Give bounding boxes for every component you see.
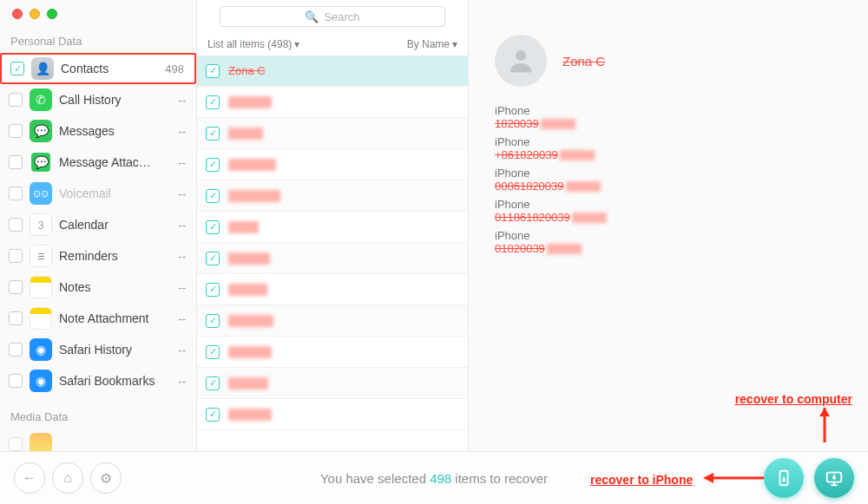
- contact-name-redacted: [228, 96, 272, 108]
- settings-button[interactable]: ⚙: [90, 462, 122, 494]
- sidebar-item-label: Voicemail: [59, 187, 111, 200]
- sidebar-item-note-attachment[interactable]: Note Attachment --: [0, 303, 196, 334]
- contact-name-redacted: [228, 284, 267, 296]
- checkbox-icon[interactable]: ✓: [206, 220, 220, 234]
- sidebar-item-safari-bookmarks[interactable]: ◉ Safari Bookmarks --: [0, 365, 196, 396]
- recover-to-iphone-button[interactable]: [764, 458, 804, 498]
- sidebar-item-reminders[interactable]: ☰ Reminders --: [0, 240, 196, 272]
- contact-name: Zona C: [228, 64, 266, 77]
- filter-bar: List all items (498) ▾ By Name ▾: [197, 33, 468, 56]
- sort-dropdown[interactable]: By Name ▾: [407, 38, 457, 50]
- sidebar-item-count: --: [178, 125, 187, 138]
- checkbox-icon[interactable]: ✓: [206, 408, 220, 422]
- filter-list-dropdown[interactable]: List all items (498) ▾: [207, 38, 299, 50]
- checkbox-icon[interactable]: [9, 311, 23, 325]
- checkbox-icon[interactable]: [9, 124, 23, 138]
- contact-name-redacted: [228, 252, 270, 265]
- checkbox-icon[interactable]: [9, 249, 23, 263]
- sidebar: Personal Data ✓ 👤 Contacts 498 ✆ Call Hi…: [0, 0, 196, 451]
- list-item[interactable]: ✓: [197, 399, 468, 430]
- chevron-down-icon: ▾: [294, 38, 299, 50]
- calendar-icon: 3: [30, 213, 52, 236]
- checkbox-icon[interactable]: ✓: [206, 127, 220, 141]
- status-pre: You have selected: [320, 471, 430, 486]
- sidebar-item-count: 498: [165, 62, 186, 75]
- checkbox-icon[interactable]: [9, 343, 23, 357]
- checkbox-icon[interactable]: ✓: [206, 283, 220, 297]
- back-button[interactable]: ←: [14, 462, 45, 494]
- sidebar-item-count: --: [178, 94, 187, 107]
- svg-point-0: [516, 50, 526, 61]
- sidebar-item-count: --: [178, 250, 187, 263]
- sidebar-item-label: Contacts: [61, 62, 108, 75]
- sidebar-item-label: Messages: [59, 124, 115, 138]
- sidebar-item-label: Note Attachment: [59, 311, 149, 325]
- contact-detail-panel: Zona C iPhone1820039 iPhone+861820039 iP…: [469, 0, 868, 451]
- sidebar-item-messages[interactable]: 💬 Messages --: [0, 115, 196, 147]
- contact-name-redacted: [228, 221, 259, 233]
- note-attachment-icon: [30, 307, 52, 330]
- checkbox-icon[interactable]: ✓: [10, 62, 24, 75]
- contacts-list: ✓ Zona C ✓ ✓ ✓ ✓ ✓ ✓ ✓ ✓ ✓ ✓ ✓: [197, 56, 468, 451]
- voicemail-icon: ⊙⊙: [30, 182, 52, 205]
- list-item[interactable]: ✓: [197, 274, 468, 305]
- list-item[interactable]: ✓: [197, 305, 468, 337]
- list-item[interactable]: ✓: [197, 243, 468, 274]
- sidebar-item-call-history[interactable]: ✆ Call History --: [0, 84, 196, 115]
- checkbox-icon[interactable]: ✓: [206, 376, 220, 390]
- sidebar-item-safari-history[interactable]: ◉ Safari History --: [0, 334, 196, 365]
- status-count: 498: [430, 471, 451, 486]
- recover-to-computer-button[interactable]: [814, 458, 854, 498]
- sidebar-item-voicemail[interactable]: ⊙⊙ Voicemail --: [0, 178, 196, 209]
- checkbox-icon[interactable]: ✓: [206, 95, 220, 109]
- checkbox-icon[interactable]: [9, 187, 23, 200]
- notes-icon: [30, 276, 52, 298]
- list-item[interactable]: ✓: [197, 118, 468, 149]
- list-item[interactable]: ✓ Zona C: [197, 56, 468, 87]
- list-item[interactable]: ✓: [197, 368, 468, 399]
- list-item[interactable]: ✓: [197, 180, 468, 212]
- safari-icon: ◉: [30, 338, 52, 361]
- checkbox-icon[interactable]: ✓: [206, 189, 220, 203]
- field-value: 00861820039: [495, 180, 842, 193]
- contacts-icon: 👤: [31, 57, 54, 80]
- checkbox-icon[interactable]: ✓: [206, 64, 220, 78]
- sidebar-item-count: --: [178, 156, 187, 169]
- field-label: iPhone: [495, 135, 842, 148]
- list-item[interactable]: ✓: [197, 87, 468, 118]
- sidebar-item-label: Message Attac…: [59, 155, 151, 169]
- field-value: 011861820039: [495, 211, 842, 224]
- messages-icon: 💬: [30, 120, 52, 142]
- checkbox-icon[interactable]: ✓: [206, 345, 220, 359]
- checkbox-icon[interactable]: ✓: [206, 252, 220, 265]
- search-input[interactable]: 🔍 Search: [220, 6, 445, 27]
- sidebar-section-media: Media Data: [0, 405, 196, 429]
- field-value: 1820039: [495, 117, 842, 130]
- sidebar-item-notes[interactable]: Notes --: [0, 272, 196, 303]
- list-item[interactable]: ✓: [197, 212, 468, 243]
- sidebar-item-calendar[interactable]: 3 Calendar --: [0, 209, 196, 240]
- sidebar-item-contacts[interactable]: ✓ 👤 Contacts 498: [0, 53, 196, 84]
- checkbox-icon[interactable]: [9, 93, 23, 107]
- list-item[interactable]: ✓: [197, 337, 468, 368]
- checkbox-icon[interactable]: ✓: [206, 314, 220, 328]
- contact-name-redacted: [228, 346, 272, 358]
- search-bar: 🔍 Search: [197, 0, 468, 33]
- checkbox-icon[interactable]: [9, 374, 23, 388]
- checkbox-icon[interactable]: [9, 155, 23, 169]
- search-placeholder: Search: [324, 10, 359, 23]
- list-item[interactable]: ✓: [197, 149, 468, 180]
- contact-name-redacted: [228, 409, 272, 421]
- sidebar-item-count: --: [178, 344, 187, 357]
- checkbox-icon[interactable]: [9, 218, 23, 232]
- field-label: iPhone: [495, 104, 842, 117]
- checkbox-icon[interactable]: ✓: [206, 158, 220, 172]
- contact-name-redacted: [228, 315, 273, 327]
- home-button[interactable]: ⌂: [52, 462, 83, 494]
- checkbox-icon[interactable]: [9, 280, 23, 294]
- checkbox-icon[interactable]: [9, 437, 23, 451]
- reminders-icon: ☰: [30, 245, 52, 267]
- sidebar-item-message-attach[interactable]: 💬 Message Attac… --: [0, 147, 196, 178]
- avatar: [495, 35, 547, 87]
- field-label: iPhone: [495, 167, 842, 180]
